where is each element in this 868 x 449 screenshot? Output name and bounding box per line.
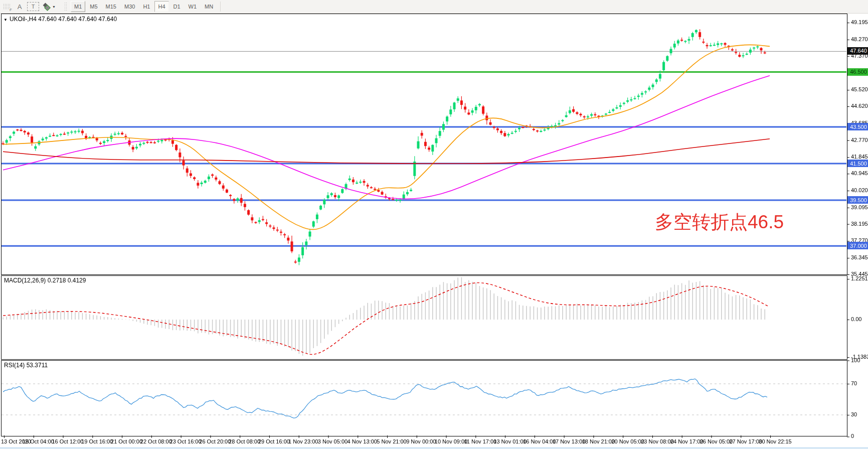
symbol-ohlc-text: UKOil-,H4 47.640 47.640 47.640 47.640 — [10, 16, 117, 23]
price-badge: 37.000 — [847, 242, 868, 249]
time-tick-label: 21 Oct 00:00 — [111, 438, 142, 444]
price-badge: 46.500 — [847, 68, 868, 76]
time-tick-label: 29 Oct 16:00 — [258, 438, 290, 444]
macd-indicator-label: MACD(12,26,9) 0.2718 0.4129 — [4, 277, 86, 284]
timeframe-button-m1[interactable]: M1 — [71, 1, 85, 12]
toolbar: F A T ▼ M1M5M15M30H1H4D1W1MN — [0, 0, 868, 14]
time-tick-label: 9 Nov 00:00 — [406, 438, 436, 444]
time-tick-label: 28 Oct 08:00 — [229, 438, 260, 444]
time-tick-label: 27 Nov 17:00 — [730, 438, 762, 444]
chart-annotation-text[interactable]: 多空转折点46.5 — [655, 210, 784, 235]
timeframe-button-h4[interactable]: H4 — [154, 1, 168, 12]
price-badge: 39.500 — [847, 196, 868, 204]
time-tick-label: 10 Nov 09:00 — [435, 438, 467, 444]
time-tick-label: 24 Nov 17:00 — [670, 438, 703, 444]
timeframe-button-mn[interactable]: MN — [201, 1, 217, 12]
rsi-tick-label: 30 — [851, 411, 857, 417]
time-tick-label: 16 Nov 04:00 — [523, 438, 556, 444]
price-badge: 41.500 — [847, 160, 868, 167]
price-badge: 43.500 — [847, 123, 868, 130]
time-tick-label: 15 Oct 04:00 — [23, 438, 54, 444]
time-tick-label: 30 Nov 22:15 — [759, 438, 791, 444]
text-box-tool-icon[interactable]: T — [27, 2, 39, 11]
time-tick-label: 13 Nov 01:00 — [493, 438, 526, 444]
timeframe-button-m30[interactable]: M30 — [121, 1, 138, 12]
rsi-tick-label: 0 — [851, 433, 854, 439]
rsi-tick-label: 100 — [851, 357, 860, 363]
time-tick-label: 20 Nov 05:00 — [611, 438, 644, 444]
rsi-indicator-label: RSI(14) 53.3711 — [4, 362, 48, 369]
chart-menu-arrow-icon[interactable]: ▼ — [4, 18, 8, 22]
price-tick-label: 49.195 — [851, 19, 868, 25]
time-tick-label: 16 Oct 12:00 — [52, 438, 83, 444]
text-label-tool-icon[interactable]: A — [14, 2, 25, 12]
time-tick-label: 17 Nov 13:00 — [553, 438, 585, 444]
time-tick-label: 23 Oct 16:00 — [170, 438, 202, 444]
price-tick-label: 38.195 — [851, 221, 868, 227]
price-tick-label: 40.945 — [851, 170, 868, 176]
time-tick-label: 22 Oct 08:00 — [140, 438, 172, 444]
window-bottom-edge — [0, 447, 868, 448]
macd-tick-label: 1.2251 — [851, 275, 868, 281]
time-tick-label: 26 Oct 20:00 — [199, 438, 231, 444]
timeframe-button-h1[interactable]: H1 — [139, 1, 153, 12]
grid-f-label: F — [10, 8, 12, 12]
grid-snap-icon[interactable]: F — [1, 2, 12, 12]
time-tick-label: 4 Nov 13:00 — [348, 438, 377, 444]
price-badge: 47.640 — [847, 47, 868, 55]
price-tick-label: 36.345 — [851, 254, 868, 260]
time-tick-label: 1 Nov 23:00 — [288, 438, 318, 444]
time-tick-label: 23 Nov 08:00 — [641, 438, 673, 444]
time-tick-label: 18 Nov 21:00 — [582, 438, 615, 444]
time-tick-label: 5 Nov 21:00 — [377, 438, 406, 444]
timeframe-button-m5[interactable]: M5 — [86, 1, 101, 12]
price-tick-label: 39.095 — [851, 204, 868, 210]
price-tick-label: 45.520 — [851, 86, 868, 92]
time-tick-label: 19 Oct 16:00 — [81, 438, 113, 444]
macd-tick-label: 0.00 — [851, 316, 861, 322]
symbol-ohlc-label: ▼UKOil-,H4 47.640 47.640 47.640 47.640 — [4, 16, 117, 23]
price-tick-label: 42.770 — [851, 137, 868, 143]
toolbar-separator — [220, 2, 221, 12]
price-tick-label: 44.620 — [851, 103, 868, 109]
chevron-down-icon[interactable]: ▼ — [52, 5, 56, 9]
timeframe-button-d1[interactable]: D1 — [170, 1, 184, 12]
arrange-objects-icon[interactable]: ▼ — [41, 2, 58, 12]
timeframe-button-m15[interactable]: M15 — [102, 1, 120, 12]
timeframe-buttons: M1M5M15M30H1H4D1W1MN — [70, 1, 217, 12]
toolbar-grip[interactable] — [64, 2, 67, 11]
price-tick-label: 40.020 — [851, 187, 868, 193]
rsi-tick-label: 70 — [851, 380, 857, 386]
time-tick-label: 3 Nov 05:00 — [318, 438, 348, 444]
time-tick-label: 11 Nov 17:00 — [464, 438, 497, 444]
time-tick-label: 26 Nov 05:00 — [700, 438, 733, 444]
timeframe-button-w1[interactable]: W1 — [185, 1, 201, 12]
price-tick-label: 48.270 — [851, 36, 868, 42]
price-tick-label: 41.845 — [851, 154, 868, 160]
